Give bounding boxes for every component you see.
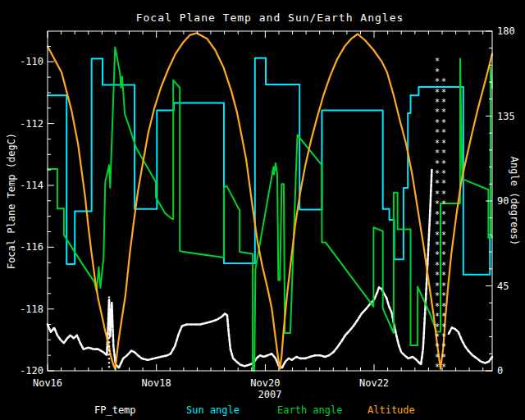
fp-temp-burst-asterisk: * (435, 342, 440, 351)
left-axis-title: Focal Plane Temp (degC) (6, 133, 17, 269)
fp-temp-burst-asterisk: * (435, 271, 440, 280)
fp-temp-burst-asterisk: * (435, 210, 440, 219)
right-axis-title: Angle (degrees) (509, 157, 520, 245)
fp-temp-burst-asterisk: * (441, 139, 446, 148)
y-right-tick-label: 180 (497, 25, 515, 37)
fp-temp-burst-asterisk: * (441, 107, 446, 116)
fp-temp-burst-asterisk: * (435, 77, 440, 86)
legend-item-earth-angle: Earth angle (277, 404, 342, 416)
y-right-tick-label: 45 (497, 281, 509, 292)
fp-temp-burst-asterisk: * (441, 159, 446, 168)
fp-temp-burst-asterisk: * (435, 98, 440, 107)
fp-temp-burst-asterisk: * (441, 179, 446, 188)
chart-title: Focal Plane Temp and Sun/Earth Angles (48, 11, 492, 24)
fp-temp-burst-asterisk: * (435, 332, 440, 341)
fp-temp-burst-asterisk: * (441, 332, 446, 341)
y-left-tick-label: -112 (20, 118, 43, 130)
fp-temp-burst-asterisk: * (435, 291, 440, 300)
y-left-tick-label: -118 (20, 304, 43, 315)
fp-temp-burst-asterisk: * (441, 353, 446, 362)
fp-temp-burst-asterisk: * (435, 107, 440, 116)
fp-temp-burst-asterisk: * (441, 261, 446, 270)
fp-temp-burst-asterisk: * (435, 128, 440, 137)
fp-temp-burst-asterisk: * (441, 169, 446, 178)
fp-temp-burst-asterisk: * (435, 118, 440, 127)
fp-temp-burst-asterisk: * (435, 67, 440, 76)
plot-screen: ****************************************… (0, 0, 525, 420)
fp-temp-burst-asterisk: * (435, 179, 440, 188)
fp-temp-burst-asterisk: * (435, 57, 440, 66)
fp-temp-burst-asterisk: * (435, 220, 440, 229)
y-right-tick-label: 0 (497, 365, 503, 377)
fp-temp-burst-asterisk: * (441, 98, 446, 107)
legend-item-fp-temp: FP_temp (94, 404, 136, 416)
fp-temp-burst-asterisk: * (441, 128, 446, 137)
y-left-tick-label: -110 (20, 56, 43, 67)
fp-temp-burst-asterisk: * (441, 189, 446, 199)
x-tick-label: Nov18 (142, 377, 171, 389)
fp-temp-burst-asterisk: * (441, 220, 446, 229)
y-left-tick-label: -120 (20, 365, 43, 377)
fp-temp-burst-asterisk: * (441, 342, 446, 351)
y-right-tick-label: 90 (497, 195, 509, 207)
fp-temp-burst-asterisk: * (441, 118, 446, 127)
fp-temp-burst-asterisk: * (435, 250, 440, 259)
fp-temp-burst-asterisk: * (441, 291, 446, 300)
fp-temp-burst-asterisk: * (435, 139, 440, 148)
fp-temp-burst-asterisk: * (441, 322, 446, 331)
fp-temp-burst-asterisk: * (441, 210, 446, 219)
fp-temp-burst-asterisk: * (441, 250, 446, 259)
fp-temp-burst-asterisk: * (441, 240, 446, 249)
fp-temp-burst-asterisk: * (441, 88, 446, 97)
fp-temp-burst-asterisk: * (435, 169, 440, 178)
fp-temp-burst-asterisk: * (441, 312, 446, 321)
fp-temp-burst-asterisk: * (435, 189, 440, 199)
x-tick-label: Nov22 (359, 377, 389, 389)
fp-temp-burst-asterisk: * (441, 148, 446, 158)
fp-temp-burst-asterisk: * (441, 281, 446, 290)
fp-temp-burst-asterisk: * (441, 77, 446, 86)
legend-item-sun-angle: Sun angle (186, 404, 240, 416)
fp-temp-burst-asterisk: * (441, 231, 446, 240)
x-axis-year-label: 2007 (258, 389, 282, 400)
fp-temp-burst-asterisk: * (435, 199, 440, 208)
legend-item-altitude: Altitude (368, 404, 415, 416)
fp-temp-burst-asterisk: * (435, 88, 440, 97)
x-tick-label: Nov16 (33, 377, 62, 389)
fp-temp-burst-asterisk: * (435, 302, 440, 311)
fp-temp-burst-asterisk: * (441, 199, 446, 208)
chart-canvas: ****************************************… (0, 0, 525, 420)
fp-temp-burst-asterisk: * (435, 281, 440, 290)
x-tick-label: Nov20 (250, 377, 280, 389)
y-right-tick-label: 135 (497, 111, 515, 122)
fp-temp-burst-asterisk: * (435, 312, 440, 321)
series-fp-temp (449, 327, 492, 363)
fp-temp-burst-asterisk: * (435, 148, 440, 158)
fp-temp-burst-asterisk: * (441, 271, 446, 280)
y-left-tick-label: -114 (20, 180, 43, 191)
fp-temp-burst-asterisk: * (435, 240, 440, 249)
fp-temp-burst-asterisk: * (435, 159, 440, 168)
fp-temp-burst-asterisk: * (435, 231, 440, 240)
y-left-tick-label: -116 (20, 241, 43, 253)
fp-temp-burst-asterisk: * (435, 353, 440, 362)
fp-temp-burst-asterisk: * (435, 261, 440, 270)
fp-temp-burst-asterisk: * (441, 302, 446, 311)
fp-temp-burst-asterisk: * (435, 322, 440, 331)
